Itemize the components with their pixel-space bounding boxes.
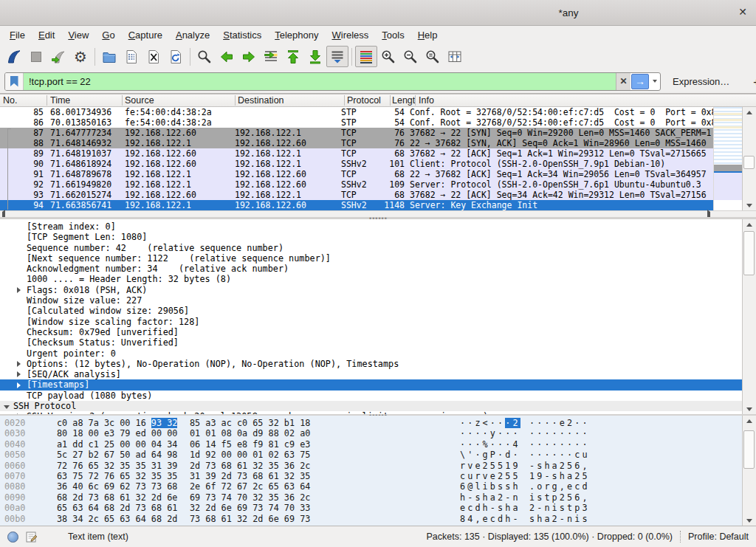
zoom-in-icon[interactable] [377,46,399,67]
hex-row-0080[interactable]: 008036 40 6c 69 62 73 73 682e 6f 72 67 2… [0,481,756,492]
column-header-destination[interactable]: Destination [238,95,284,106]
scroll-up-icon[interactable] [743,219,756,230]
packet-list-scrollbar[interactable] [742,107,756,210]
column-header-source[interactable]: Source [125,95,154,106]
colorize-icon[interactable] [355,46,377,67]
packet-row-94[interactable]: 9471.663856741192.168.122.1192.168.122.6… [0,200,713,210]
capture-options-icon[interactable]: ⚙ [69,46,92,67]
scroll-up-icon[interactable] [743,416,756,426]
column-header-length[interactable]: Length [392,95,415,106]
column-divider[interactable] [47,95,47,106]
stop-capture-icon[interactable] [25,46,47,67]
hex-row-0050[interactable]: 00505c 27 b2 67 50 ad 64 981d 92 00 00 0… [0,450,756,460]
add-filter-button[interactable]: + [749,75,756,88]
go-to-packet-icon[interactable] [260,46,282,67]
column-header-time[interactable]: Time [50,95,70,106]
start-capture-icon[interactable] [3,46,25,67]
zoom-original-icon[interactable] [422,46,444,67]
menu-view[interactable]: View [61,27,95,43]
detail-line[interactable]: [Calculated window size: 29056] [0,306,743,316]
expression-button[interactable]: Expression… [673,76,729,87]
detail-line[interactable]: [Checksum Status: Unverified] [0,337,743,348]
hex-row-0030[interactable]: 003080 18 00 e3 79 ed 00 0001 01 08 0a d… [0,428,756,438]
last-packet-icon[interactable] [304,46,326,67]
hex-row-0020[interactable]: 0020c0 a8 7a 3c 00 16 93 3285 a3 ac c0 6… [0,418,756,428]
profile-status[interactable]: Profile: Default [688,531,749,542]
hex-row-0070[interactable]: 007063 75 72 76 65 32 35 3531 39 2d 73 6… [0,471,756,481]
packet-row-88[interactable]: 8871.648146932192.168.122.1192.168.122.6… [0,138,713,148]
detail-line[interactable]: TCP payload (1080 bytes) [0,391,743,401]
title-bar[interactable]: *any ✕ [0,0,756,26]
scrollbar-thumb[interactable] [743,430,755,469]
hex-row-0090[interactable]: 009068 2d 73 68 61 32 2d 6e69 73 74 70 3… [0,492,756,503]
expanded-arrow-icon[interactable] [4,401,13,411]
find-packet-icon[interactable] [193,46,216,67]
column-divider[interactable] [235,95,236,106]
open-file-icon[interactable] [98,46,120,67]
detail-line[interactable]: Window size value: 227 [0,295,743,306]
detail-line[interactable]: Flags: 0x018 (PSH, ACK) [0,285,743,295]
menu-telephony[interactable]: Telephony [268,27,325,43]
hex-row-00b0[interactable]: 00b038 34 2c 65 63 64 68 2d73 68 61 32 2… [0,514,756,524]
menu-help[interactable]: Help [411,27,444,43]
detail-line[interactable]: Options: (12 bytes), No-Operation (NOP),… [0,359,743,369]
collapsed-arrow-icon[interactable] [17,359,27,369]
details-scrollbar[interactable] [742,219,756,414]
column-divider[interactable] [122,95,123,106]
packet-row-89[interactable]: 8971.648191037192.168.122.60192.168.122.… [0,148,713,159]
menu-edit[interactable]: Edit [32,27,61,43]
next-packet-icon[interactable] [238,46,260,67]
menu-analyze[interactable]: Analyze [169,27,216,43]
scroll-down-icon[interactable] [743,200,756,210]
packet-list-header[interactable]: No.TimeSourceDestinationProtocolLengthIn… [0,94,756,107]
column-header-info[interactable]: Info [419,95,434,106]
column-header-no[interactable]: No. [3,95,17,106]
scrollbar-thumb[interactable] [743,156,755,169]
packet-row-93[interactable]: 9371.662015274192.168.122.60192.168.122.… [0,190,713,200]
packet-row-90[interactable]: 9071.648618924192.168.122.60192.168.122.… [0,159,713,169]
detail-line[interactable]: [Next sequence number: 1122 (relative se… [0,253,743,264]
previous-packet-icon[interactable] [216,46,238,67]
menu-wireless[interactable]: Wireless [326,27,376,43]
hex-row-0040[interactable]: 0040a1 dd c1 25 00 00 04 3406 14 f5 e8 f… [0,439,756,450]
menu-statistics[interactable]: Statistics [216,27,268,43]
packet-row-85[interactable]: 8568.001734936fe:54:00:d4:38:2aSTP54Conf… [0,107,713,117]
scroll-down-icon[interactable] [743,404,756,414]
display-filter-input[interactable]: !tcp.port == 22 ✕ → [4,72,661,91]
capture-comment-icon[interactable] [26,531,38,543]
detail-line[interactable]: Checksum: 0x79ed [unverified] [0,327,743,337]
close-window-icon[interactable]: ✕ [738,6,747,18]
filter-history-dropdown[interactable] [650,73,660,90]
auto-scroll-icon[interactable] [326,46,348,67]
column-divider[interactable] [415,95,416,106]
column-divider[interactable] [344,95,345,106]
packet-row-87[interactable]: 8771.647777234192.168.122.60192.168.122.… [0,128,713,138]
hex-row-0060[interactable]: 006072 76 65 32 35 35 31 392d 73 68 61 3… [0,461,756,471]
hex-row-00a0[interactable]: 00a065 63 64 68 2d 73 68 6132 2d 6e 69 7… [0,503,756,513]
collapsed-arrow-icon[interactable] [17,285,27,295]
scrollbar-thumb[interactable] [743,231,755,275]
scroll-down-icon[interactable] [743,515,756,526]
detail-line[interactable]: [Stream index: 0] [0,221,743,232]
detail-line[interactable]: SSH Protocol [0,401,743,411]
filter-bookmark-button[interactable] [5,73,24,90]
packet-row-86[interactable]: 8670.013850163fe:54:00:d4:38:2aSTP54Conf… [0,117,713,128]
bytes-scrollbar[interactable] [742,416,756,526]
collapsed-arrow-icon[interactable] [17,369,27,379]
column-header-protocol[interactable]: Protocol [347,95,381,106]
menu-capture[interactable]: Capture [122,27,169,43]
first-packet-icon[interactable] [282,46,304,67]
restart-capture-icon[interactable] [47,46,69,67]
filter-value[interactable]: !tcp.port == 22 [24,73,616,90]
detail-line[interactable]: Sequence number: 42 (relative sequence n… [0,243,743,253]
menu-tools[interactable]: Tools [375,27,410,43]
resize-columns-icon[interactable] [444,46,466,67]
detail-line[interactable]: [SEQ/ACK analysis] [0,369,743,379]
menu-go[interactable]: Go [95,27,121,43]
apply-filter-icon[interactable]: → [631,74,649,89]
intelligent-scrollbar-minimap[interactable] [713,107,742,210]
detail-line[interactable]: 1000 .... = Header Length: 32 bytes (8) [0,274,743,284]
save-file-icon[interactable] [120,46,142,67]
scroll-up-icon[interactable] [743,107,756,117]
packet-row-91[interactable]: 9171.648789678192.168.122.1192.168.122.6… [0,169,713,179]
